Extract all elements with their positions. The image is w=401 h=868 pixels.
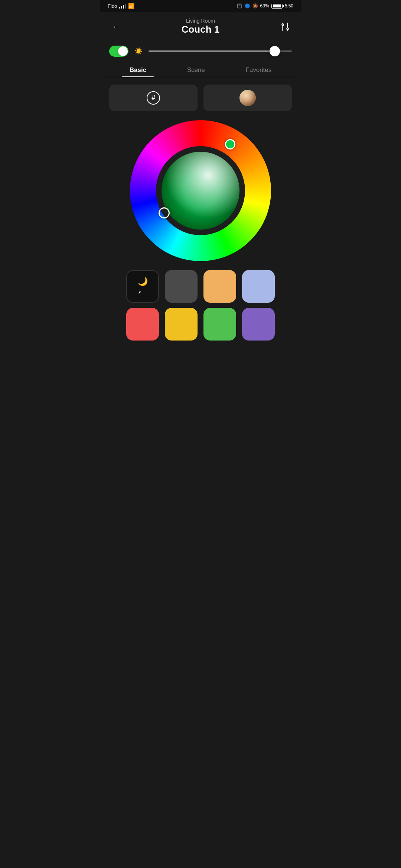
preset-green-button[interactable] [203, 308, 236, 341]
bluetooth-icon: 🔵 [245, 3, 250, 9]
back-arrow-icon: ← [112, 22, 120, 32]
battery-icon [271, 4, 283, 9]
presets-row-2 [100, 308, 301, 341]
brightness-slider[interactable] [149, 46, 292, 57]
tab-favorites[interactable]: Favorites [238, 63, 279, 77]
ring-selector-handle[interactable] [225, 139, 235, 149]
nfc-icon: 📳 [237, 3, 242, 9]
header-center: Living Room Couch 1 [182, 18, 220, 35]
tabs: Basic Scene Favorites [100, 60, 301, 77]
svg-point-0 [282, 24, 283, 25]
preset-gray-button[interactable] [165, 270, 198, 303]
inner-selector-handle[interactable] [159, 207, 170, 218]
alarm-icon: 🔕 [252, 3, 258, 9]
presets-row-1: 🌙☀ [100, 270, 301, 303]
preset-purple-button[interactable] [242, 308, 275, 341]
device-title: Couch 1 [182, 24, 220, 35]
inner-gradient [162, 152, 239, 230]
preset-cool-button[interactable] [242, 270, 275, 303]
status-left: Fido 📶 [108, 3, 134, 9]
preset-yellow-button[interactable] [165, 308, 198, 341]
status-right: 📳 🔵 🔕 63% 5:50 [237, 3, 293, 9]
svg-point-3 [287, 28, 288, 29]
color-wheel[interactable] [130, 120, 271, 261]
brightness-icon: ☀️ [134, 47, 143, 55]
power-toggle[interactable] [109, 46, 128, 57]
color-wheel-container [100, 120, 301, 261]
toggle-knob [118, 46, 128, 56]
carrier-label: Fido [108, 3, 117, 9]
time-label: 5:50 [285, 3, 293, 9]
warm-white-button[interactable] [203, 85, 292, 111]
warm-ball-icon [239, 90, 256, 106]
preset-red-button[interactable] [126, 308, 159, 341]
color-code-button[interactable]: # [109, 85, 198, 111]
back-button[interactable]: ← [109, 20, 123, 33]
signal-icon [119, 3, 126, 9]
sliders-icon [280, 22, 290, 32]
battery-percent: 63% [260, 3, 269, 9]
tab-basic[interactable]: Basic [122, 63, 154, 77]
mode-buttons: # [100, 85, 301, 111]
preset-warm-button[interactable] [203, 270, 236, 303]
settings-button[interactable] [278, 20, 292, 33]
room-subtitle: Living Room [182, 18, 220, 24]
preset-night-button[interactable]: 🌙☀ [126, 270, 159, 303]
tab-scene[interactable]: Scene [180, 63, 212, 77]
wifi-icon: 📶 [128, 3, 134, 9]
header: ← Living Room Couch 1 [100, 12, 301, 38]
night-icon: 🌙☀ [138, 277, 148, 296]
status-bar: Fido 📶 📳 🔵 🔕 63% 5:50 [100, 0, 301, 12]
hash-icon: # [147, 91, 160, 105]
controls-row: ☀️ [100, 38, 301, 60]
